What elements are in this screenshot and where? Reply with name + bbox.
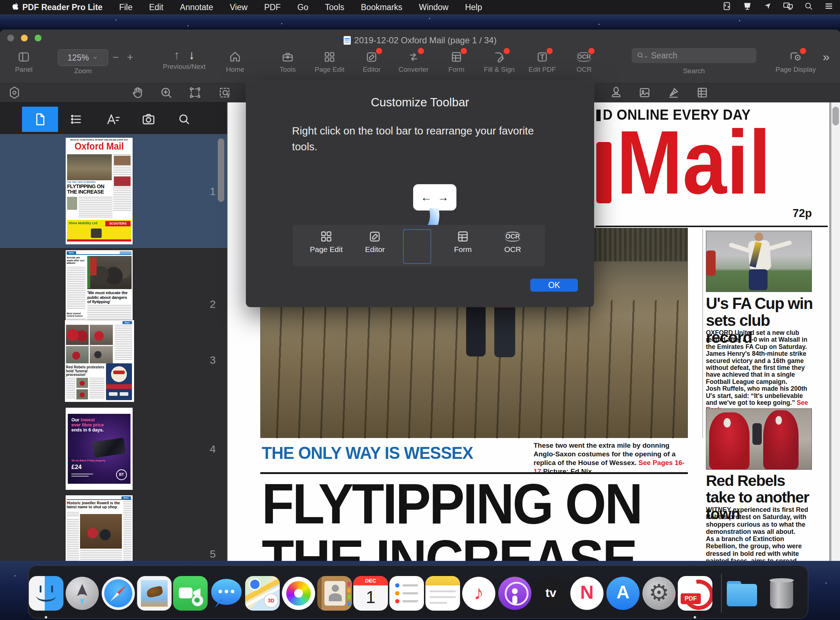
menu-pdf[interactable]: PDF <box>264 3 281 12</box>
dock-photos-icon[interactable] <box>281 576 316 611</box>
dialog-drop-target[interactable] <box>403 229 431 264</box>
dock-downloads-folder-icon[interactable] <box>725 576 759 611</box>
dock-trash-icon[interactable] <box>764 576 799 611</box>
toolbar-converter-button[interactable]: Converter <box>393 49 434 74</box>
dock-launchpad-icon[interactable] <box>65 576 99 611</box>
page-edit-icon <box>318 229 335 244</box>
dock-tv-icon[interactable]: tv <box>534 576 568 611</box>
menu-file[interactable]: File <box>119 3 132 12</box>
pdf-scrollbar-thumb[interactable] <box>832 107 839 125</box>
page1-thumbnail[interactable]: READ BY 74,896 PEOPLE IN PRINT AND ONLIN… <box>66 138 132 244</box>
table-icon[interactable] <box>695 86 709 100</box>
menu-help[interactable]: Help <box>465 3 482 12</box>
dock-podcasts-icon[interactable] <box>498 576 532 611</box>
switcher-icon[interactable] <box>824 2 834 13</box>
spotlight-icon[interactable] <box>804 2 813 13</box>
dock-music-icon[interactable]: ♪ <box>461 576 496 611</box>
tab-annotations[interactable] <box>95 107 131 132</box>
dock-safari-icon[interactable] <box>101 576 135 611</box>
signature-pen-icon[interactable] <box>666 86 680 100</box>
apple-menu-icon[interactable] <box>10 2 20 14</box>
menu-go[interactable]: Go <box>297 3 309 12</box>
toolbar-edit-pdf-button[interactable]: T Edit PDF <box>521 49 563 74</box>
sidebar-scrollbar[interactable] <box>218 138 224 202</box>
menu-annotate[interactable]: Annotate <box>180 3 213 12</box>
dock-news-icon[interactable]: N <box>570 576 604 611</box>
dock-calendar-icon[interactable]: DEC 1 <box>353 576 388 611</box>
thumb1-ad: Shire Mobility Ltd SCOOTERS <box>67 220 131 242</box>
sidecar-icon[interactable] <box>742 2 753 13</box>
menu-bookmarks[interactable]: Bookmarks <box>361 3 402 12</box>
properties-hexagon-icon[interactable] <box>7 86 22 100</box>
menu-edit[interactable]: Edit <box>149 3 163 12</box>
app-menu-title[interactable]: PDF Reader Pro Lite <box>23 3 102 12</box>
kicker: THE ONLY WAY IS WESSEX <box>262 442 473 463</box>
dock-reminders-icon[interactable] <box>389 576 424 611</box>
previous-page-button[interactable]: ↑ <box>174 48 180 62</box>
dock-messages-icon[interactable] <box>209 576 244 611</box>
page4-thumbnail[interactable]: Our lowest ever fibre price ends in 6 da… <box>66 408 132 490</box>
select-marquee-icon[interactable] <box>188 86 202 100</box>
dock-facetime-icon[interactable] <box>173 576 208 611</box>
page-edit-icon <box>321 49 338 65</box>
pdf-doc-icon <box>343 36 351 45</box>
dock-mail-icon[interactable] <box>137 576 172 611</box>
toolbar-tools-button[interactable]: Tools <box>267 49 309 74</box>
dialog-tool-ocr[interactable]: OCR OCR <box>493 229 533 254</box>
tab-search[interactable] <box>166 107 202 132</box>
dock-notes-icon[interactable] <box>425 576 460 611</box>
toolbar-fill-sign-button[interactable]: Fill & Sign <box>479 49 520 74</box>
search-icon <box>178 113 191 126</box>
displays-icon[interactable] <box>783 2 793 13</box>
sidebar-panel: READ BY 74,896 PEOPLE IN PRINT AND ONLIN… <box>0 102 227 561</box>
next-page-button[interactable]: ↓ <box>188 48 195 62</box>
page5-thumbnail[interactable]: News Historic jeweller Rowell is the lat… <box>66 495 132 561</box>
toolbar-ocr-button[interactable]: OCR OCR <box>563 49 605 74</box>
toolbar-home-button[interactable]: Home <box>214 49 256 74</box>
dialog-tool-form[interactable]: Form <box>443 229 483 254</box>
pdf-scrollbar-track[interactable] <box>831 102 840 561</box>
page-display-badge <box>799 47 807 55</box>
toolbar-form-button[interactable]: Form <box>435 49 477 74</box>
image-icon[interactable] <box>637 86 652 100</box>
thumb2-headline: 'We must educate the public about danger… <box>87 290 132 304</box>
toolbar-panel-button[interactable]: Panel <box>3 49 45 74</box>
stamp-icon[interactable] <box>609 86 623 100</box>
price: 72p <box>740 207 812 220</box>
dialog-tool-page-edit[interactable]: Page Edit <box>306 229 346 254</box>
sync-icon[interactable] <box>722 2 732 13</box>
location-icon[interactable] <box>763 2 772 13</box>
masthead-clipped-letter <box>596 142 611 203</box>
menu-tools[interactable]: Tools <box>325 3 344 12</box>
zoom-in-tool-icon[interactable] <box>159 86 173 100</box>
menu-view[interactable]: View <box>230 3 247 12</box>
tab-thumbnails[interactable] <box>22 107 58 132</box>
dock-system-preferences-icon[interactable]: ⚙ <box>642 576 676 611</box>
zoom-in-button[interactable]: + <box>127 51 133 63</box>
dock-contacts-icon[interactable] <box>317 576 352 611</box>
menu-window[interactable]: Window <box>419 3 449 12</box>
tab-outline[interactable] <box>58 107 94 132</box>
search-input[interactable]: Search <box>632 48 756 63</box>
zoom-out-button[interactable]: − <box>113 51 119 63</box>
toolbar-page-display-button[interactable]: Page Display <box>775 49 817 74</box>
dialog-tool-editor[interactable]: Editor <box>355 229 395 254</box>
thumb4-ad: Our lowest ever fibre price ends in 6 da… <box>68 414 131 484</box>
rearrange-arrows-card: ← → <box>413 184 456 211</box>
dock-maps-icon[interactable]: 3D <box>245 576 280 611</box>
page3-number: 3 <box>200 354 225 366</box>
zoom-dropdown[interactable]: 125% <box>58 50 108 66</box>
search-area-icon[interactable] <box>217 86 232 100</box>
hand-tool-icon[interactable] <box>131 86 145 100</box>
ok-button[interactable]: OK <box>530 278 578 292</box>
dock-finder-icon[interactable] <box>29 576 63 611</box>
tab-snapshot[interactable] <box>131 107 167 132</box>
thumb3-headline: Red Rebels protesters hold 'funeral proc… <box>66 366 105 377</box>
toolbar-page-edit-button[interactable]: Page Edit <box>309 49 351 74</box>
toolbar-editor-button[interactable]: Editor <box>351 49 393 74</box>
dock-app-store-icon[interactable]: A <box>606 576 640 611</box>
toolbar-more-button[interactable]: » <box>823 50 829 64</box>
dock-pdf-reader-pro-icon[interactable]: PDF <box>678 576 712 611</box>
editor-icon <box>366 229 384 244</box>
page3-thumbnail[interactable]: News Red Rebels protesters hold 'funeral… <box>65 320 134 402</box>
